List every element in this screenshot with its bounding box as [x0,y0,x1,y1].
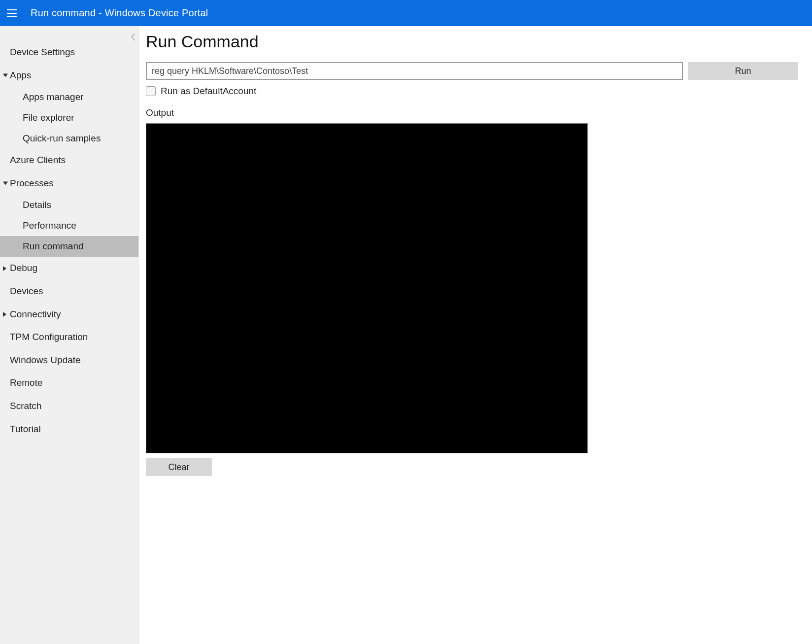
sidebar-item-tpm-configuration[interactable]: TPM Configuration [0,326,138,349]
sidebar-item-performance[interactable]: Performance [0,215,138,236]
command-input[interactable] [146,62,683,80]
sidebar-item-label: Debug [10,263,37,273]
sidebar-item-file-explorer[interactable]: File explorer [0,107,138,128]
sidebar-item-quick-run-samples[interactable]: Quick-run samples [0,128,138,149]
main-content: Run Command Run Run as DefaultAccount Ou… [139,26,812,644]
sidebar-item-windows-update[interactable]: Windows Update [0,349,138,372]
sidebar-item-details[interactable]: Details [0,195,138,215]
sidebar-item-azure-clients[interactable]: Azure Clients [0,149,138,172]
sidebar-item-debug[interactable]: Debug [0,257,138,280]
clear-button[interactable]: Clear [146,458,212,476]
sidebar-item-scratch[interactable]: Scratch [0,395,138,418]
sidebar-item-devices[interactable]: Devices [0,280,138,303]
caret-right-icon [3,312,6,317]
hamburger-icon[interactable] [7,7,19,19]
caret-right-icon [3,266,6,271]
sidebar-item-label: Processes [10,178,54,188]
collapse-sidebar-icon[interactable] [127,31,139,43]
run-button[interactable]: Run [688,62,798,80]
header-title: Run command - Windows Device Portal [31,7,208,19]
caret-down-icon [3,182,8,185]
sidebar-item-label: Apps [10,70,31,80]
sidebar-item-connectivity[interactable]: Connectivity [0,303,138,326]
sidebar-item-apps[interactable]: Apps [0,64,138,87]
caret-down-icon [3,73,8,77]
output-heading: Output [146,107,798,118]
run-as-default-account-checkbox[interactable] [146,86,156,96]
sidebar-item-label: Connectivity [10,309,61,319]
sidebar-item-apps-manager[interactable]: Apps manager [0,87,138,107]
sidebar-item-device-settings[interactable]: Device Settings [0,41,138,64]
run-as-default-account-label: Run as DefaultAccount [161,86,256,97]
page-title: Run Command [146,32,798,51]
sidebar-item-tutorial[interactable]: Tutorial [0,418,138,441]
sidebar: Device Settings Apps Apps manager File e… [0,26,139,644]
sidebar-item-remote[interactable]: Remote [0,372,138,395]
sidebar-item-processes[interactable]: Processes [0,172,138,195]
output-console[interactable] [146,123,588,453]
app-header: Run command - Windows Device Portal [0,0,812,26]
sidebar-item-run-command[interactable]: Run command [0,236,138,257]
